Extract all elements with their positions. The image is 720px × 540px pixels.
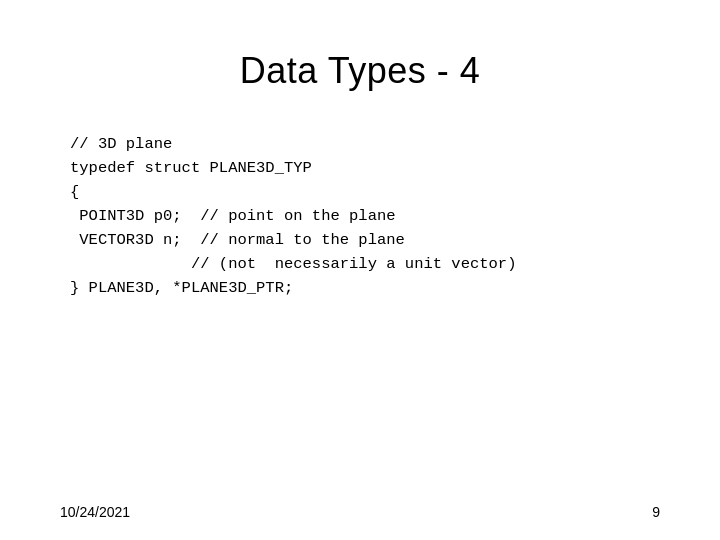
slide: Data Types - 4 // 3D plane typedef struc… [0,0,720,540]
footer-page: 9 [652,504,660,520]
code-block: // 3D plane typedef struct PLANE3D_TYP {… [70,132,660,300]
footer-date: 10/24/2021 [60,504,130,520]
slide-title: Data Types - 4 [60,50,660,92]
slide-footer: 10/24/2021 9 [60,504,660,520]
